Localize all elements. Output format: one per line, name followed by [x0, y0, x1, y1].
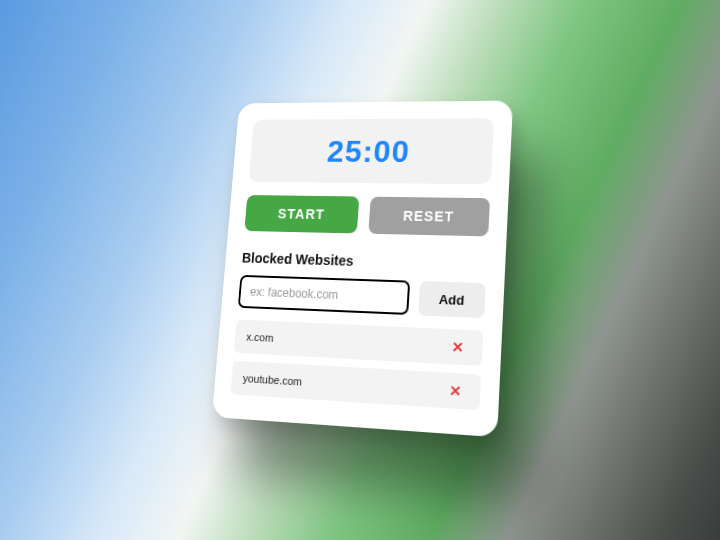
add-site-row: Add	[238, 274, 486, 317]
blocked-section-title: Blocked Websites	[241, 250, 487, 273]
blocked-site-name: x.com	[246, 330, 274, 343]
blocked-site-name: youtube.com	[242, 372, 302, 388]
add-button[interactable]: Add	[418, 280, 486, 317]
site-url-input[interactable]	[238, 274, 410, 314]
blocked-site-item: x.com ✕	[234, 319, 483, 366]
blocked-site-item: youtube.com ✕	[230, 360, 481, 410]
timer-controls: START RESET	[244, 195, 490, 236]
timer-value: 25:00	[250, 133, 494, 169]
pomodoro-card: 25:00 START RESET Blocked Websites Add x…	[212, 100, 513, 437]
remove-icon[interactable]: ✕	[451, 339, 464, 354]
start-button[interactable]: START	[244, 195, 359, 233]
timer-display: 25:00	[248, 118, 494, 184]
reset-button[interactable]: RESET	[368, 196, 490, 236]
remove-icon[interactable]: ✕	[449, 383, 462, 398]
